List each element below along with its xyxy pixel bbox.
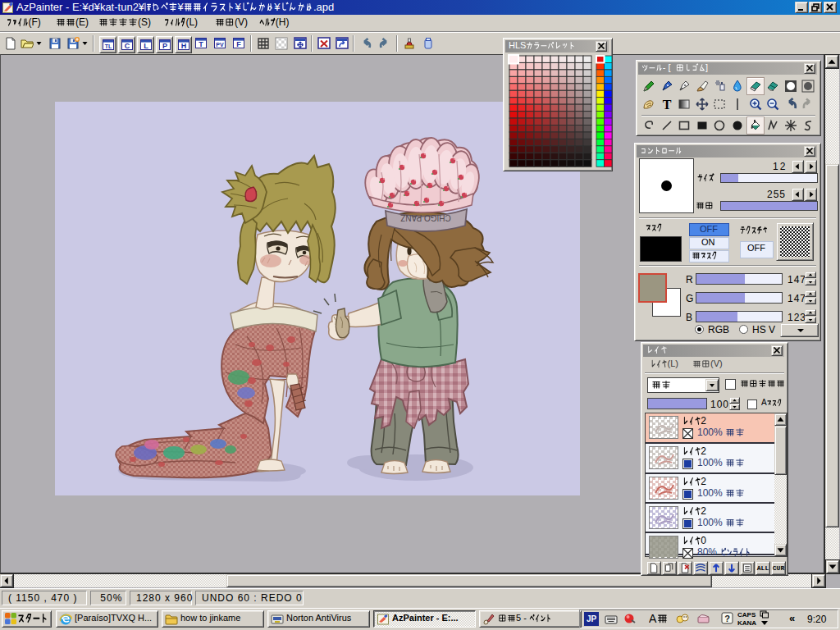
svg-text:AzPainter - E:...: AzPainter - E:... (392, 614, 459, 623)
svg-text:CHIGO PANZ: CHIGO PANZ (400, 213, 450, 222)
svg-text:2: 2 (701, 506, 706, 517)
svg-text:(H): (H) (276, 16, 290, 28)
svg-text:(E): (E) (75, 16, 89, 28)
svg-text:2: 2 (701, 446, 706, 457)
svg-text:2: 2 (701, 416, 706, 427)
svg-text:ON: ON (701, 238, 715, 247)
svg-text:(S): (S) (138, 16, 151, 28)
svg-text:[Paraíso]TVXQ H...: [Paraíso]TVXQ H... (75, 614, 152, 623)
svg-text:A: A (649, 613, 657, 625)
svg-text:L: L (144, 42, 148, 50)
svg-text:(V): (V) (235, 16, 248, 28)
svg-text:P: P (162, 42, 167, 50)
svg-text:5 -: 5 - (516, 614, 527, 623)
svg-text:80%: 80% (697, 547, 717, 558)
svg-text:100%: 100% (697, 427, 723, 438)
svg-text:CAPS: CAPS (737, 611, 756, 619)
svg-text:OFF: OFF (700, 225, 718, 234)
svg-text:H: H (181, 42, 187, 50)
svg-text:T: T (663, 98, 672, 111)
svg-text:(F): (F) (28, 16, 40, 28)
svg-text:(L): (L) (185, 16, 198, 28)
svg-text:KANA: KANA (737, 619, 756, 627)
svg-text:C: C (125, 42, 130, 50)
svg-text:HLS: HLS (509, 40, 526, 50)
svg-text:- [: - [ (663, 62, 671, 72)
svg-text:]: ] (705, 62, 708, 72)
svg-text:(L): (L) (668, 359, 678, 368)
svg-text:OFF: OFF (747, 244, 765, 253)
svg-text:A: A (761, 399, 767, 407)
svg-text:T: T (199, 40, 203, 48)
svg-text:how to jinkame: how to jinkame (180, 614, 240, 623)
svg-text:?: ? (724, 614, 730, 623)
svg-text:100%: 100% (697, 488, 723, 499)
svg-text:2: 2 (701, 477, 706, 487)
svg-text:(V): (V) (710, 359, 723, 368)
svg-text:F: F (236, 40, 241, 48)
svg-text:TL: TL (105, 43, 112, 49)
svg-text:Norton AntiVirus: Norton AntiVirus (286, 614, 352, 623)
svg-text:0: 0 (701, 536, 706, 546)
svg-text:100%: 100% (697, 518, 723, 528)
svg-text:100%: 100% (697, 458, 723, 468)
svg-text:PV: PV (216, 42, 224, 48)
